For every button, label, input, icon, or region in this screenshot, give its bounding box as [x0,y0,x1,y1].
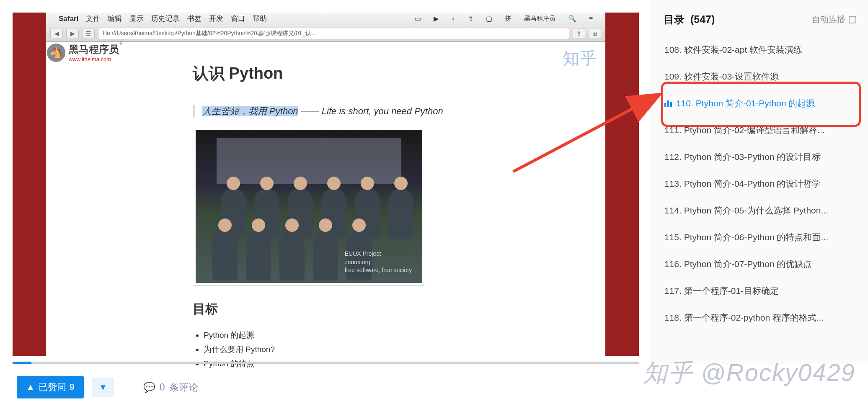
playlist-items: 108. 软件安装-02-apt 软件安装演练109. 软件安装-03-设置软件… [652,36,868,331]
wifi-icon: ⇪ [468,15,473,23]
downvote-triangle-icon: ▼ [99,383,107,392]
share-button[interactable]: ⇪ [573,28,585,39]
content-page: 认识 Python 人生苦短，我用 Python —— Life is shor… [46,42,605,356]
input-method-icon: 拼 [505,14,512,23]
menu-history: 历史记录 [151,14,180,23]
playlist-item[interactable]: 110. Ptyhon 简介-01-Python 的起源 [659,90,860,117]
forward-button[interactable]: ▶ [66,28,79,39]
logo-icon: 🐴 [47,44,65,62]
display-icon: ▢ [486,15,492,23]
menu-bookmarks: 书签 [187,14,202,23]
menubar-right: ▭ ▶ ᚼ ⇪ ▢ 拼 黑马程序员 🔍 ≡ [415,14,600,23]
playlist-item[interactable]: 109. 软件安装-03-设置软件源 [659,63,860,90]
menubar-app: Safari [59,15,78,23]
menu-help: 帮助 [253,14,267,23]
group-photo: EUUX Project zeuux.org free software, fr… [196,130,422,283]
zhihu-watermark: 知乎 [563,47,598,70]
playlist-item[interactable]: 117. 第一个程序-01-目标确定 [659,278,860,304]
mac-menubar: Safari 文件 编辑 显示 历史记录 书签 开发 窗口 帮助 ▭ ▶ ᚼ ⇪… [46,13,605,25]
screen-icon: ▭ [415,15,421,23]
downvote-button[interactable]: ▼ [92,378,114,397]
playlist-item-label: 110. Ptyhon 简介-01-Python 的起源 [676,98,815,109]
now-playing-icon [664,100,672,107]
tabs-button[interactable]: ⊞ [589,28,601,39]
page-title: 认识 Python [193,63,459,84]
playlist-item[interactable]: 111. Ptyhon 简介-02-编译型语言和解释... [659,117,860,144]
menu-window: 窗口 [231,14,245,23]
playlist-item[interactable]: 116. Ptyhon 简介-07-Python 的优缺点 [659,251,860,278]
quote-highlighted: 人生苦短，我用 Python [202,106,298,116]
autoplay-checkbox[interactable] [849,16,856,23]
photo-box: EUUX Project zeuux.org free software, fr… [193,127,425,286]
video-player-area: Safari 文件 编辑 显示 历史记录 书签 开发 窗口 帮助 ▭ ▶ ᚼ ⇪… [0,0,651,364]
video-progress-bar[interactable] [13,362,639,364]
comments-link[interactable]: 💬 0 条评论 [143,381,198,394]
author-watermark: 知乎 @Rocky0429 [643,357,855,389]
url-text: file:///Users/itheima/Desktop/Python基础/0… [103,30,316,37]
autoplay-toggle[interactable]: 自动连播 [812,14,856,25]
comments-count: 0 [160,382,165,393]
menu-view: 显示 [129,14,144,23]
url-bar[interactable]: file:///Users/itheima/Desktop/Python基础/0… [98,28,569,39]
playlist-item[interactable]: 115. Ptyhon 简介-06-Python 的特点和面... [659,224,860,251]
menu-develop: 开发 [209,14,223,23]
search-icon: 🔍 [568,15,576,23]
goal-item: 为什么要用 Python? [204,342,459,357]
safari-toolbar: ◀ ▶ ☰ file:///Users/itheima/Desktop/Pyth… [46,25,605,42]
playlist-item[interactable]: 114. Ptyhon 简介-05-为什么选择 Python... [659,197,860,224]
brand-logo: 🐴 黑马程序员® www.itheima.com [47,43,119,62]
playlist-title: 目录 (547) [664,13,715,26]
menu-icon: ≡ [589,15,593,23]
upvote-count: 9 [70,382,75,393]
goal-item: Python 的起源 [204,328,459,342]
upvote-triangle-icon: ▲ [26,382,35,393]
menubar-user: 黑马程序员 [524,15,555,23]
playlist-item[interactable]: 113. Ptyhon 简介-04-Python 的设计哲学 [659,170,860,197]
back-button[interactable]: ◀ [50,28,63,39]
page-quote: 人生苦短，我用 Python —— Life is short, you nee… [193,105,459,118]
menu-file: 文件 [86,14,100,23]
playlist-item[interactable]: 108. 软件安装-02-apt 软件安装演练 [659,36,860,63]
playlist-item[interactable]: 118. 第一个程序-02-python 程序的格式... [659,304,860,331]
logo-text-sub: www.itheima.com [69,56,119,62]
video-icon: ▶ [434,15,439,23]
comment-icon: 💬 [143,382,155,393]
photo-caption: EUUX Project zeuux.org free software, fr… [345,250,412,275]
comments-label: 条评论 [169,381,198,394]
sidebar-button[interactable]: ☰ [82,28,95,39]
playlist-item[interactable]: 112. Ptyhon 简介-03-Python 的设计目标 [659,144,860,170]
playlist-header: 目录 (547) 自动连播 [652,13,868,36]
bluetooth-icon: ᚼ [451,15,455,23]
autoplay-label: 自动连播 [812,14,845,25]
logo-text-main: 黑马程序员® [69,43,119,56]
upvote-label: 已赞同 [39,381,66,393]
video-progress-fill [13,362,31,364]
quote-rest: —— Life is short, you need Python [298,106,443,116]
menu-edit: 编辑 [108,14,122,23]
video-frame[interactable]: Safari 文件 编辑 显示 历史记录 书签 开发 窗口 帮助 ▭ ▶ ᚼ ⇪… [13,13,639,356]
playlist-sidebar: 目录 (547) 自动连播 108. 软件安装-02-apt 软件安装演练109… [651,0,868,364]
upvote-button[interactable]: ▲ 已赞同 9 [17,376,84,398]
goals-heading: 目标 [193,301,459,318]
